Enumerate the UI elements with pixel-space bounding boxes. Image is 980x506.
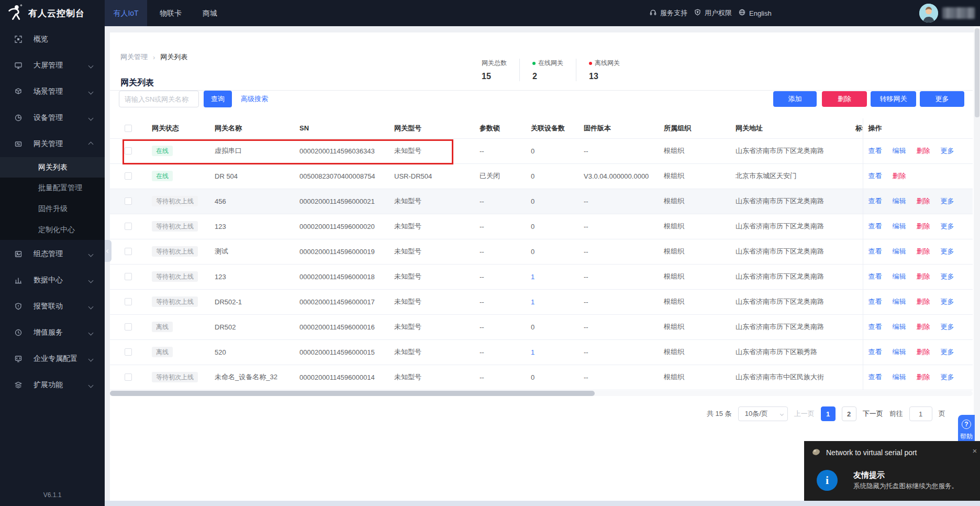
op-more[interactable]: 更多: [941, 147, 954, 155]
brand-logo[interactable]: 有人云控制台: [0, 0, 105, 26]
tab-sim-card[interactable]: 物联卡: [147, 0, 194, 26]
op-edit[interactable]: 编辑: [893, 373, 906, 381]
gateway-model: 未知型号: [389, 138, 474, 163]
op-edit[interactable]: 编辑: [893, 247, 906, 255]
op-view[interactable]: 查看: [868, 348, 882, 356]
gateway-model: 未知型号: [389, 314, 474, 339]
page-number-2[interactable]: 2: [842, 406, 856, 421]
op-view[interactable]: 查看: [868, 222, 882, 230]
row-checkbox[interactable]: [125, 373, 132, 381]
sidebar-item-screen-mgmt[interactable]: 大屏管理: [0, 52, 105, 79]
sidebar-subitem-gateway-list[interactable]: 网关列表: [0, 157, 105, 178]
ops-cell: 查看编辑删除更多: [863, 314, 973, 339]
nav-service-support[interactable]: 服务支持: [649, 0, 687, 26]
op-more[interactable]: 更多: [941, 222, 954, 230]
sidebar-item-hmi-mgmt[interactable]: 组态管理: [0, 241, 105, 267]
row-checkbox[interactable]: [125, 348, 132, 356]
delete-button[interactable]: 删除: [822, 91, 867, 107]
nav-language-switch[interactable]: English: [738, 0, 772, 26]
op-more[interactable]: 更多: [941, 197, 954, 205]
tag-cell: [850, 289, 863, 314]
op-delete[interactable]: 删除: [893, 172, 906, 180]
op-delete[interactable]: 删除: [917, 348, 930, 356]
op-view[interactable]: 查看: [868, 172, 882, 180]
row-checkbox[interactable]: [125, 172, 132, 180]
tab-mall[interactable]: 商城: [194, 0, 226, 26]
row-checkbox[interactable]: [125, 273, 132, 280]
transfer-gateway-button[interactable]: 转移网关: [871, 91, 916, 107]
add-button[interactable]: 添加: [773, 91, 817, 107]
sidebar-item-enterprise-config[interactable]: 企业专属配置: [0, 346, 105, 372]
row-checkbox[interactable]: [125, 147, 132, 155]
username-redacted[interactable]: [942, 7, 975, 19]
op-edit[interactable]: 编辑: [893, 298, 906, 305]
op-more[interactable]: 更多: [941, 298, 954, 305]
op-more[interactable]: 更多: [941, 247, 954, 255]
more-button[interactable]: 更多: [920, 91, 964, 107]
sidebar-item-label: 概览: [34, 35, 48, 44]
op-edit[interactable]: 编辑: [893, 222, 906, 230]
query-button[interactable]: 查询: [204, 91, 232, 107]
op-delete[interactable]: 删除: [917, 323, 930, 331]
row-checkbox[interactable]: [125, 298, 132, 305]
op-delete[interactable]: 删除: [917, 247, 930, 255]
sidebar-item-label: 报警联动: [34, 302, 63, 311]
nav-user-permissions[interactable]: 用户权限: [694, 0, 732, 26]
advanced-search-link[interactable]: 高级搜索: [241, 91, 268, 107]
scrollbar-thumb[interactable]: [975, 28, 979, 117]
op-view[interactable]: 查看: [868, 323, 882, 331]
sidebar-item-scene-mgmt[interactable]: 场景管理: [0, 79, 105, 105]
row-checkbox[interactable]: [125, 223, 132, 230]
scrollbar-thumb[interactable]: [110, 391, 595, 396]
op-delete[interactable]: 删除: [917, 272, 930, 280]
op-delete[interactable]: 删除: [917, 373, 930, 381]
op-more[interactable]: 更多: [941, 323, 954, 331]
sidebar-collapse-handle[interactable]: [105, 240, 112, 262]
page-size-select[interactable]: 10条/页: [738, 406, 788, 421]
sidebar-item-alarm-linkage[interactable]: 报警联动: [0, 293, 105, 320]
op-delete[interactable]: 删除: [917, 197, 930, 205]
sidebar-item-data-center[interactable]: 数据中心: [0, 267, 105, 293]
sidebar-item-device-mgmt[interactable]: 设备管理: [0, 105, 105, 131]
row-checkbox[interactable]: [125, 248, 132, 255]
next-page-button[interactable]: 下一页: [863, 409, 883, 419]
goto-page-input[interactable]: [909, 406, 932, 421]
close-icon[interactable]: ×: [971, 446, 979, 455]
op-delete[interactable]: 删除: [917, 298, 930, 305]
screen-icon: [14, 61, 23, 70]
param-lock: --: [474, 239, 526, 264]
prev-page-button[interactable]: 上一页: [794, 409, 815, 419]
select-all-checkbox[interactable]: [125, 125, 132, 132]
op-view[interactable]: 查看: [868, 272, 882, 280]
sidebar-subitem-customization-center[interactable]: 定制化中心: [0, 219, 105, 240]
search-input[interactable]: [119, 91, 199, 107]
op-delete[interactable]: 删除: [917, 147, 930, 155]
tab-usr-iot[interactable]: 有人IoT: [105, 0, 147, 26]
op-view[interactable]: 查看: [868, 247, 882, 255]
op-edit[interactable]: 编辑: [893, 348, 906, 356]
breadcrumb-parent[interactable]: 网关管理: [120, 52, 148, 62]
op-edit[interactable]: 编辑: [893, 197, 906, 205]
sidebar-subitem-batch-config[interactable]: 批量配置管理: [0, 178, 105, 198]
firmware-version: V3.0.04.000000.0000: [578, 163, 659, 189]
sidebar-item-extended-functions[interactable]: 扩展功能: [0, 372, 105, 398]
sidebar-item-overview[interactable]: 概览: [0, 26, 105, 52]
op-more[interactable]: 更多: [941, 348, 954, 356]
op-delete[interactable]: 删除: [917, 222, 930, 230]
page-number-1[interactable]: 1: [821, 406, 836, 421]
row-checkbox[interactable]: [125, 323, 132, 331]
op-view[interactable]: 查看: [868, 147, 882, 155]
op-edit[interactable]: 编辑: [893, 272, 906, 280]
op-more[interactable]: 更多: [941, 272, 954, 280]
avatar[interactable]: [919, 4, 938, 23]
op-view[interactable]: 查看: [868, 298, 882, 305]
op-edit[interactable]: 编辑: [893, 323, 906, 331]
op-view[interactable]: 查看: [868, 373, 882, 381]
op-edit[interactable]: 编辑: [893, 147, 906, 155]
sidebar-item-value-added[interactable]: 增值服务: [0, 320, 105, 346]
op-more[interactable]: 更多: [941, 373, 954, 381]
sidebar-subitem-firmware-upgrade[interactable]: 固件升级: [0, 199, 105, 219]
row-checkbox[interactable]: [125, 197, 132, 205]
sidebar-item-gateway-mgmt[interactable]: 网关管理: [0, 131, 105, 157]
op-view[interactable]: 查看: [868, 197, 882, 205]
